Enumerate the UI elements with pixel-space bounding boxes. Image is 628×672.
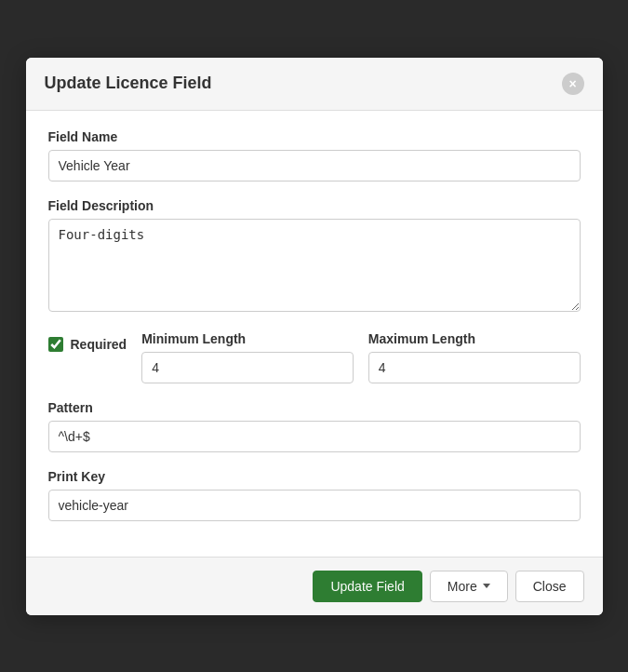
modal-header: Update Licence Field × — [26, 58, 603, 111]
print-key-input[interactable] — [48, 490, 581, 521]
more-button[interactable]: More — [430, 571, 508, 602]
modal-close-x-button[interactable]: × — [562, 73, 584, 95]
required-checkbox[interactable] — [48, 337, 63, 352]
min-length-input[interactable] — [141, 352, 354, 383]
field-description-group: Field Description Four-digits — [48, 198, 581, 315]
field-name-label: Field Name — [48, 129, 581, 144]
max-length-label: Maximum Length — [368, 331, 581, 346]
min-length-label: Minimum Length — [141, 331, 354, 346]
update-licence-field-modal: Update Licence Field × Field Name Field … — [26, 58, 603, 615]
max-length-group: Maximum Length — [368, 331, 581, 383]
print-key-label: Print Key — [48, 469, 581, 484]
field-description-label: Field Description — [48, 198, 581, 213]
required-group: Required — [48, 331, 127, 352]
field-description-textarea[interactable]: Four-digits — [48, 219, 581, 312]
chevron-down-icon — [483, 584, 490, 588]
pattern-input[interactable] — [48, 421, 581, 452]
modal-body: Field Name Field Description Four-digits… — [26, 111, 603, 557]
update-field-button[interactable]: Update Field — [313, 571, 421, 602]
modal-title: Update Licence Field — [45, 74, 212, 93]
print-key-group: Print Key — [48, 469, 581, 521]
close-button[interactable]: Close — [515, 571, 584, 602]
more-button-label: More — [448, 579, 477, 594]
required-label: Required — [71, 337, 127, 352]
modal-footer: Update Field More Close — [26, 557, 603, 615]
min-length-group: Minimum Length — [141, 331, 354, 383]
field-name-group: Field Name — [48, 129, 581, 181]
max-length-input[interactable] — [368, 352, 581, 383]
pattern-label: Pattern — [48, 400, 581, 415]
field-name-input[interactable] — [48, 150, 581, 181]
required-and-lengths-row: Required Minimum Length Maximum Length — [48, 331, 581, 383]
pattern-group: Pattern — [48, 400, 581, 452]
